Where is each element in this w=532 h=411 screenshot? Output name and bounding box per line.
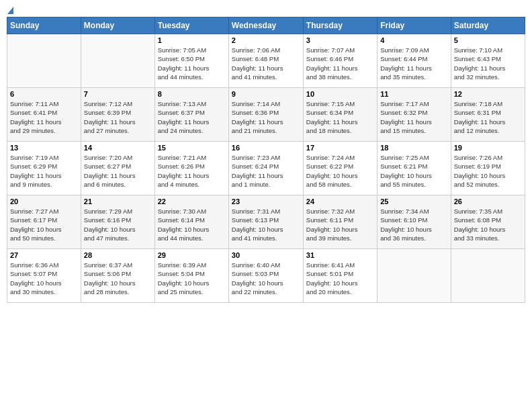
day-info: Sunrise: 7:09 AM Sunset: 6:44 PM Dayligh… [380, 46, 447, 81]
day-info: Sunrise: 7:23 AM Sunset: 6:24 PM Dayligh… [232, 153, 300, 189]
day-number: 3 [306, 36, 374, 44]
col-thursday: Thursday [303, 17, 377, 34]
day-info: Sunrise: 6:41 AM Sunset: 5:01 PM Dayligh… [306, 261, 374, 296]
day-number: 28 [84, 251, 152, 259]
day-info: Sunrise: 7:30 AM Sunset: 6:14 PM Dayligh… [158, 207, 226, 242]
day-number: 12 [454, 90, 522, 98]
week-row-5: 27Sunrise: 6:36 AM Sunset: 5:07 PM Dayli… [7, 249, 525, 303]
col-saturday: Saturday [451, 17, 525, 34]
day-number: 7 [84, 90, 152, 98]
day-info: Sunrise: 6:37 AM Sunset: 5:06 PM Dayligh… [84, 261, 152, 296]
week-row-2: 6Sunrise: 7:11 AM Sunset: 6:41 PM Daylig… [7, 88, 525, 142]
day-number: 11 [380, 90, 447, 98]
cell-week1-day1 [81, 34, 154, 88]
day-number: 27 [10, 251, 78, 259]
calendar-table: Sunday Monday Tuesday Wednesday Thursday… [7, 17, 525, 303]
cell-week1-day4: 3Sunrise: 7:07 AM Sunset: 6:46 PM Daylig… [303, 34, 377, 88]
week-row-4: 20Sunrise: 7:27 AM Sunset: 6:17 PM Dayli… [7, 195, 525, 249]
day-number: 24 [306, 197, 374, 205]
cell-week3-day1: 14Sunrise: 7:20 AM Sunset: 6:27 PM Dayli… [81, 142, 154, 195]
day-info: Sunrise: 7:10 AM Sunset: 6:43 PM Dayligh… [454, 46, 522, 81]
logo [7, 7, 13, 13]
day-info: Sunrise: 7:32 AM Sunset: 6:11 PM Dayligh… [306, 207, 374, 242]
cell-week1-day3: 2Sunrise: 7:06 AM Sunset: 6:48 PM Daylig… [228, 34, 303, 88]
cell-week3-day4: 17Sunrise: 7:24 AM Sunset: 6:22 PM Dayli… [303, 142, 377, 195]
day-number: 15 [158, 144, 226, 152]
day-number: 23 [232, 197, 300, 205]
header [7, 7, 525, 13]
day-number: 5 [454, 36, 522, 44]
day-number: 2 [232, 36, 300, 44]
day-number: 16 [232, 144, 300, 152]
day-number: 22 [158, 197, 226, 205]
day-info: Sunrise: 7:21 AM Sunset: 6:26 PM Dayligh… [158, 153, 226, 189]
calendar-body: 1Sunrise: 7:05 AM Sunset: 6:50 PM Daylig… [7, 34, 525, 303]
day-number: 30 [232, 251, 300, 259]
day-info: Sunrise: 7:14 AM Sunset: 6:36 PM Dayligh… [232, 99, 300, 135]
cell-week4-day1: 21Sunrise: 7:29 AM Sunset: 6:16 PM Dayli… [81, 195, 154, 249]
day-number: 9 [232, 90, 300, 98]
cell-week3-day2: 15Sunrise: 7:21 AM Sunset: 6:26 PM Dayli… [154, 142, 228, 195]
cell-week1-day5: 4Sunrise: 7:09 AM Sunset: 6:44 PM Daylig… [378, 34, 451, 88]
col-friday: Friday [378, 17, 451, 34]
cell-week3-day6: 19Sunrise: 7:26 AM Sunset: 6:19 PM Dayli… [451, 142, 525, 195]
day-number: 18 [380, 144, 447, 152]
day-number: 21 [84, 197, 152, 205]
day-info: Sunrise: 7:31 AM Sunset: 6:13 PM Dayligh… [232, 207, 300, 242]
day-number: 20 [10, 197, 78, 205]
day-info: Sunrise: 7:29 AM Sunset: 6:16 PM Dayligh… [84, 207, 152, 242]
day-info: Sunrise: 7:26 AM Sunset: 6:19 PM Dayligh… [454, 153, 522, 189]
header-row: Sunday Monday Tuesday Wednesday Thursday… [7, 17, 525, 34]
cell-week2-day4: 10Sunrise: 7:15 AM Sunset: 6:34 PM Dayli… [303, 88, 377, 142]
day-info: Sunrise: 7:25 AM Sunset: 6:21 PM Dayligh… [380, 153, 447, 189]
cell-week3-day3: 16Sunrise: 7:23 AM Sunset: 6:24 PM Dayli… [228, 142, 303, 195]
cell-week5-day0: 27Sunrise: 6:36 AM Sunset: 5:07 PM Dayli… [7, 249, 81, 303]
calendar-header: Sunday Monday Tuesday Wednesday Thursday… [7, 17, 525, 34]
day-info: Sunrise: 7:24 AM Sunset: 6:22 PM Dayligh… [306, 153, 374, 189]
logo-icon [7, 7, 13, 14]
day-number: 1 [158, 36, 226, 44]
cell-week2-day2: 8Sunrise: 7:13 AM Sunset: 6:37 PM Daylig… [154, 88, 228, 142]
cell-week4-day3: 23Sunrise: 7:31 AM Sunset: 6:13 PM Dayli… [228, 195, 303, 249]
day-info: Sunrise: 7:13 AM Sunset: 6:37 PM Dayligh… [158, 99, 226, 135]
day-info: Sunrise: 7:05 AM Sunset: 6:50 PM Dayligh… [158, 46, 226, 81]
cell-week5-day4: 31Sunrise: 6:41 AM Sunset: 5:01 PM Dayli… [303, 249, 377, 303]
cell-week5-day1: 28Sunrise: 6:37 AM Sunset: 5:06 PM Dayli… [81, 249, 154, 303]
day-number: 14 [84, 144, 152, 152]
cell-week1-day2: 1Sunrise: 7:05 AM Sunset: 6:50 PM Daylig… [154, 34, 228, 88]
day-number: 25 [380, 197, 447, 205]
cell-week1-day6: 5Sunrise: 7:10 AM Sunset: 6:43 PM Daylig… [451, 34, 525, 88]
cell-week2-day6: 12Sunrise: 7:18 AM Sunset: 6:31 PM Dayli… [451, 88, 525, 142]
cell-week4-day2: 22Sunrise: 7:30 AM Sunset: 6:14 PM Dayli… [154, 195, 228, 249]
day-info: Sunrise: 7:17 AM Sunset: 6:32 PM Dayligh… [380, 99, 447, 135]
cell-week5-day3: 30Sunrise: 6:40 AM Sunset: 5:03 PM Dayli… [228, 249, 303, 303]
week-row-1: 1Sunrise: 7:05 AM Sunset: 6:50 PM Daylig… [7, 34, 525, 88]
cell-week4-day0: 20Sunrise: 7:27 AM Sunset: 6:17 PM Dayli… [7, 195, 81, 249]
day-number: 6 [10, 90, 78, 98]
cell-week5-day6 [451, 249, 525, 303]
cell-week1-day0 [7, 34, 81, 88]
cell-week4-day6: 26Sunrise: 7:35 AM Sunset: 6:08 PM Dayli… [451, 195, 525, 249]
cell-week2-day3: 9Sunrise: 7:14 AM Sunset: 6:36 PM Daylig… [228, 88, 303, 142]
col-wednesday: Wednesday [228, 17, 303, 34]
day-info: Sunrise: 7:34 AM Sunset: 6:10 PM Dayligh… [380, 207, 447, 242]
col-tuesday: Tuesday [154, 17, 228, 34]
cell-week4-day4: 24Sunrise: 7:32 AM Sunset: 6:11 PM Dayli… [303, 195, 377, 249]
day-info: Sunrise: 6:36 AM Sunset: 5:07 PM Dayligh… [10, 261, 78, 296]
day-info: Sunrise: 7:35 AM Sunset: 6:08 PM Dayligh… [454, 207, 522, 242]
day-info: Sunrise: 7:07 AM Sunset: 6:46 PM Dayligh… [306, 46, 374, 81]
day-number: 19 [454, 144, 522, 152]
day-number: 26 [454, 197, 522, 205]
day-number: 13 [10, 144, 78, 152]
cell-week3-day0: 13Sunrise: 7:19 AM Sunset: 6:29 PM Dayli… [7, 142, 81, 195]
day-info: Sunrise: 7:19 AM Sunset: 6:29 PM Dayligh… [10, 153, 78, 189]
day-number: 8 [158, 90, 226, 98]
day-info: Sunrise: 7:12 AM Sunset: 6:39 PM Dayligh… [84, 99, 152, 135]
day-number: 17 [306, 144, 374, 152]
day-info: Sunrise: 7:06 AM Sunset: 6:48 PM Dayligh… [232, 46, 300, 81]
day-info: Sunrise: 7:11 AM Sunset: 6:41 PM Dayligh… [10, 99, 78, 135]
day-number: 4 [380, 36, 447, 44]
day-info: Sunrise: 7:27 AM Sunset: 6:17 PM Dayligh… [10, 207, 78, 242]
col-monday: Monday [81, 17, 154, 34]
day-info: Sunrise: 7:18 AM Sunset: 6:31 PM Dayligh… [454, 99, 522, 135]
